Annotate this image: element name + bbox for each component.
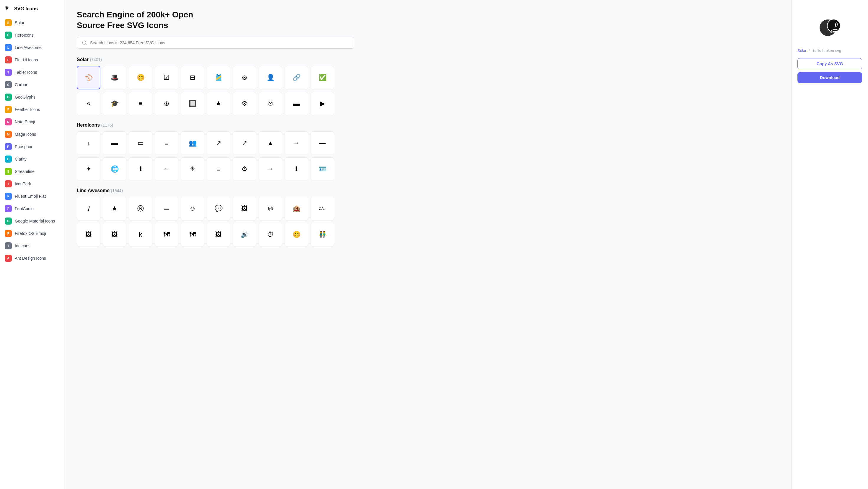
icon-cell[interactable]: 🗺 [181,223,204,247]
icon-cell[interactable]: ≡ [155,131,178,155]
sidebar-item-label: IonIcons [15,243,30,248]
section-header-line-awesome: Line Awesome (1544) [77,188,779,193]
icon-cell[interactable]: ⤢ [232,131,256,155]
icon-cell[interactable]: ⚙ [232,157,256,181]
icon-cell[interactable]: ☺ [181,197,204,221]
sidebar-item-streamline[interactable]: S Streamline [0,165,65,178]
sidebar-item-solar[interactable]: S Solar [0,17,65,29]
icon-cell[interactable]: 💬 [207,197,230,221]
icon-cell[interactable]: lyft [259,197,282,221]
sidebar-badge: A [5,255,12,262]
icon-cell[interactable]: → [285,131,308,155]
icon-cell[interactable]: ↗ [207,131,230,155]
icon-cell[interactable]: ♾ [259,92,282,116]
sidebar-badge: C [5,156,12,163]
icon-cell[interactable]: ⬇ [129,157,152,181]
sidebar-item-fontaudio[interactable]: F FontAudio [0,202,65,215]
icon-cell[interactable]: ═ [155,197,178,221]
icon-cell[interactable]: ≡ [207,157,230,181]
icon-cell[interactable]: ↓ [77,131,100,155]
icon-cell[interactable]: ▬ [103,131,126,155]
sidebar-item-feather[interactable]: F Feather Icons [0,103,65,116]
icon-cell[interactable]: ▭ [129,131,152,155]
sidebar-item-google-material[interactable]: G Google Material Icons [0,215,65,227]
sidebar-item-geoglyphs[interactable]: G GeoGlyphs [0,91,65,103]
icon-cell[interactable]: « [77,92,100,116]
icon-cell[interactable]: 👬 [311,223,334,247]
sidebar-badge: M [5,131,12,138]
sidebar-item-label: Fluent Emoji Flat [15,194,46,199]
icon-cell[interactable]: — [311,131,334,155]
sidebar-item-phosphor[interactable]: P Phosphor [0,140,65,153]
icon-cell[interactable]: ⏱ [259,223,282,247]
sidebar-item-noto-emoji[interactable]: N Noto Emoji [0,116,65,128]
icon-cell[interactable]: 🖼 [103,223,126,247]
icon-cell[interactable]: ★ [103,197,126,221]
search-input[interactable] [90,40,349,45]
icon-cell[interactable]: ▲ [259,131,282,155]
section-header-solar: Solar (7401) [77,57,779,62]
download-button[interactable]: Download [798,72,862,83]
icon-cell[interactable]: ✅ [311,66,334,90]
icon-cell[interactable]: 🌐 [103,157,126,181]
icon-cell[interactable]: 🎓 [103,92,126,116]
sidebar-item-iconpark[interactable]: I IconPark [0,178,65,190]
sidebar-item-flat-ui[interactable]: F Flat UI Icons [0,54,65,66]
sidebar-item-fluent-emoji[interactable]: F Fluent Emoji Flat [0,190,65,202]
icon-cell[interactable]: ⊟ [181,66,204,90]
sidebar-item-tabler[interactable]: T Tabler Icons [0,66,65,78]
icon-cell[interactable]: k [129,223,152,247]
sidebar-badge: I [5,180,12,187]
icon-cell[interactable]: 👥 [181,131,204,155]
sidebar-item-ant-design[interactable]: A Ant Design Icons [0,252,65,264]
icon-cell[interactable]: 🪪 [311,157,334,181]
sidebar-item-ionicons[interactable]: I IonIcons [0,240,65,252]
icon-cell[interactable]: ★ [207,92,230,116]
icon-cell[interactable]: ZA↓ [311,197,334,221]
icon-cell[interactable]: 🖼 [232,197,256,221]
icon-cell[interactable]: ✳ [181,157,204,181]
icon-cell[interactable]: 🖼 [207,223,230,247]
sidebar-badge: F [5,205,12,212]
sidebar-item-label: Clarity [15,157,27,161]
icon-cell[interactable]: ⚾ [77,66,100,90]
icon-cell[interactable]: ☑ [155,66,178,90]
sidebar-item-clarity[interactable]: C Clarity [0,153,65,165]
icon-cell[interactable]: ⬇ [285,157,308,181]
icon-cell[interactable]: 🏨 [285,197,308,221]
icon-cell[interactable]: 😊 [129,66,152,90]
icon-cell[interactable]: 🔲 [181,92,204,116]
sidebar-item-carbon[interactable]: C Carbon [0,78,65,91]
icon-cell[interactable]: 𝐼 [77,197,100,221]
icon-cell[interactable]: ← [155,157,178,181]
breadcrumb-section-link[interactable]: Solar [798,48,806,53]
icon-cell[interactable]: 🔗 [285,66,308,90]
icon-cell[interactable]: ▶ [311,92,334,116]
sidebar-badge: L [5,44,12,51]
icon-cell[interactable]: 🖼 [77,223,100,247]
icon-cell[interactable]: 🗺 [155,223,178,247]
icon-cell[interactable]: 👤 [259,66,282,90]
sidebar-badge: N [5,118,12,125]
copy-svg-button[interactable]: Copy As SVG [798,58,862,69]
icon-cell[interactable]: 🎩 [103,66,126,90]
svg-line-1 [85,44,86,44]
sidebar-item-mage[interactable]: M Mage Icons [0,128,65,140]
icon-cell[interactable]: Ⓡ [129,197,152,221]
icon-cell[interactable]: ⊗ [232,66,256,90]
sidebar-item-firefox-os[interactable]: F Firefox OS Emoji [0,227,65,240]
sidebar-item-label: Ant Design Icons [15,256,46,261]
sidebar-badge: T [5,69,12,76]
icon-cell[interactable]: 🎽 [207,66,230,90]
right-panel: Solar / balls-broken.svg Copy As SVG Dow… [791,0,868,489]
sidebar-item-line-awesome[interactable]: L Line Awesome [0,41,65,54]
icon-cell[interactable]: ≡ [129,92,152,116]
icon-cell[interactable]: 😊 [285,223,308,247]
icon-cell[interactable]: ⊛ [155,92,178,116]
sidebar-item-heroicons[interactable]: H HeroIcons [0,29,65,41]
icon-cell[interactable]: ✦ [77,157,100,181]
icon-cell[interactable]: ⚙ [232,92,256,116]
icon-cell[interactable]: ▬ [285,92,308,116]
icon-cell[interactable]: → [259,157,282,181]
icon-cell[interactable]: 🔊 [232,223,256,247]
